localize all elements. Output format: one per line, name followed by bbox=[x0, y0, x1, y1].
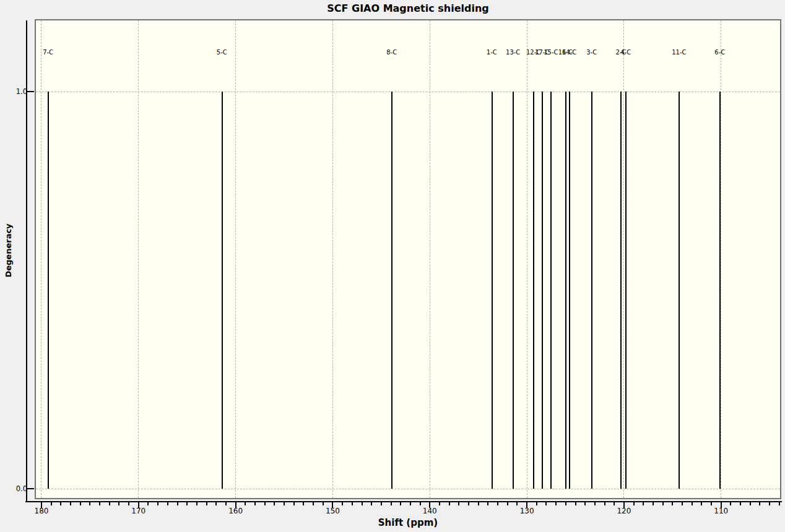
gridline-vertical bbox=[430, 20, 430, 498]
x-tick-minor bbox=[80, 502, 81, 505]
x-tick-label: 180 bbox=[35, 507, 49, 515]
peak-label: 15-C bbox=[544, 49, 558, 56]
x-tick-minor bbox=[391, 502, 392, 505]
y-tick-label: 0.0 bbox=[9, 484, 27, 493]
gridline-vertical bbox=[527, 20, 527, 498]
x-tick-minor bbox=[186, 502, 188, 505]
x-tick-minor bbox=[274, 502, 275, 505]
peak-line bbox=[569, 92, 570, 489]
x-tick-minor bbox=[60, 502, 61, 505]
peak-label: 11-C bbox=[672, 49, 686, 56]
x-tick-minor bbox=[215, 502, 217, 505]
x-tick-minor bbox=[371, 502, 372, 505]
y-tick-label: 1.0 bbox=[9, 87, 27, 96]
peak-line bbox=[591, 92, 592, 489]
x-tick-minor bbox=[614, 502, 615, 505]
x-tick-minor bbox=[254, 502, 256, 505]
peak-line bbox=[48, 92, 49, 489]
x-tick-minor bbox=[439, 502, 440, 505]
peak-label: 1-C bbox=[487, 49, 497, 56]
x-tick-minor bbox=[478, 502, 479, 505]
x-tick-minor bbox=[711, 502, 712, 505]
gridline-horizontal bbox=[36, 489, 780, 489]
x-tick-label: 130 bbox=[520, 507, 534, 515]
gridline-vertical bbox=[721, 20, 721, 498]
peak-label: 4-C bbox=[620, 49, 631, 56]
x-tick-minor bbox=[323, 502, 324, 505]
peak-line bbox=[550, 92, 552, 489]
gridline-horizontal bbox=[36, 92, 780, 92]
x-tick-minor bbox=[468, 502, 469, 505]
x-tick-minor bbox=[545, 502, 547, 505]
x-tick-minor bbox=[555, 502, 557, 505]
gridline-vertical bbox=[623, 20, 624, 498]
x-tick-minor bbox=[692, 502, 693, 505]
x-tick-minor bbox=[740, 502, 741, 505]
x-tick-minor bbox=[730, 502, 731, 505]
peak-line bbox=[565, 92, 566, 489]
peak-line bbox=[542, 92, 543, 489]
x-tick-minor bbox=[362, 502, 363, 505]
peak-label: 3-C bbox=[586, 49, 597, 56]
x-tick-minor bbox=[594, 502, 596, 505]
peak-label: 14-C bbox=[562, 49, 576, 56]
x-tick-minor bbox=[672, 502, 673, 505]
x-tick-minor bbox=[196, 502, 197, 505]
x-tick-label: 160 bbox=[228, 507, 243, 515]
x-tick-minor bbox=[225, 502, 227, 505]
x-tick-minor bbox=[536, 502, 537, 505]
peak-line bbox=[625, 92, 627, 489]
x-tick-minor bbox=[487, 502, 488, 505]
x-tick-label: 170 bbox=[131, 507, 145, 515]
x-tick-minor bbox=[604, 502, 605, 505]
x-tick-minor bbox=[420, 502, 421, 505]
peak-line bbox=[222, 92, 223, 489]
x-tick-minor bbox=[245, 502, 246, 505]
x-tick-minor bbox=[177, 502, 178, 505]
peak-line bbox=[513, 92, 514, 489]
x-tick-minor bbox=[303, 502, 304, 505]
x-tick-minor bbox=[750, 502, 751, 505]
x-tick-minor bbox=[497, 502, 498, 505]
peak-label: 5-C bbox=[217, 49, 227, 56]
x-tick-minor bbox=[284, 502, 285, 505]
spectrum-window: SCF GIAO Magnetic shielding 180170160150… bbox=[0, 0, 785, 532]
x-tick-minor bbox=[264, 502, 266, 505]
x-tick-minor bbox=[653, 502, 654, 505]
peak-line bbox=[719, 92, 721, 489]
x-tick-minor bbox=[89, 502, 90, 505]
y-tick bbox=[27, 488, 34, 489]
x-tick-minor bbox=[352, 502, 353, 505]
x-tick-minor bbox=[118, 502, 119, 505]
x-tick-minor bbox=[662, 502, 664, 505]
peak-label: 6-C bbox=[714, 49, 725, 56]
y-tick bbox=[27, 91, 34, 92]
x-tick-minor bbox=[70, 502, 71, 505]
x-tick-minor bbox=[769, 502, 770, 505]
x-tick-minor bbox=[682, 502, 683, 505]
gridline-vertical bbox=[332, 20, 333, 498]
gridline-vertical bbox=[41, 20, 41, 498]
x-tick-minor bbox=[565, 502, 566, 505]
x-tick-minor bbox=[779, 502, 780, 505]
x-tick-minor bbox=[584, 502, 586, 505]
x-tick-minor bbox=[293, 502, 295, 505]
gridline-vertical bbox=[235, 20, 236, 498]
peak-line bbox=[533, 92, 534, 489]
x-tick-minor bbox=[109, 502, 110, 505]
peak-line bbox=[391, 92, 392, 489]
x-tick-minor bbox=[400, 502, 401, 505]
y-axis-title: Degeneracy bbox=[4, 223, 13, 277]
x-tick-minor bbox=[342, 502, 343, 505]
x-tick-minor bbox=[157, 502, 158, 505]
x-tick-minor bbox=[51, 502, 52, 505]
x-tick-minor bbox=[410, 502, 411, 505]
x-tick-minor bbox=[507, 502, 508, 505]
x-tick-minor bbox=[206, 502, 207, 505]
peak-label: 7-C bbox=[43, 49, 53, 56]
peak-label: 8-C bbox=[386, 49, 397, 56]
x-tick-label: 120 bbox=[617, 507, 631, 515]
x-tick-minor bbox=[759, 502, 760, 505]
x-tick-label: 150 bbox=[326, 507, 340, 515]
x-tick-minor bbox=[701, 502, 702, 505]
